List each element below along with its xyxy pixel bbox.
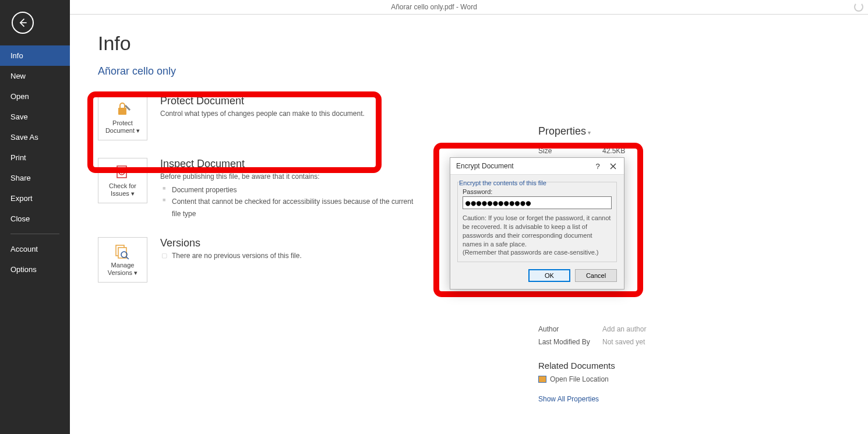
back-button[interactable]: [12, 12, 34, 34]
protect-document-desc: Control what types of changes people can…: [160, 110, 365, 118]
sidebar-item-close[interactable]: Close: [0, 209, 70, 229]
dialog-titlebar: Encrypt Document ?: [450, 158, 624, 175]
property-row-author: Author Add an author: [538, 323, 771, 336]
sidebar-item-share[interactable]: Share: [0, 168, 70, 188]
password-input[interactable]: [463, 196, 612, 209]
properties-heading[interactable]: Properties: [538, 125, 771, 137]
window-title: Añorar cello only.pdf - Word: [391, 3, 477, 11]
dialog-close-button[interactable]: [605, 160, 620, 172]
manage-versions-button[interactable]: Manage Versions ▾: [98, 237, 147, 283]
protect-document-text: Protect Document Control what types of c…: [160, 95, 365, 118]
inspect-document-desc: Before publishing this file, be aware th…: [160, 172, 417, 181]
add-author-field[interactable]: Add an author: [602, 323, 646, 336]
password-caution: Caution: If you lose or forget the passw…: [463, 214, 612, 257]
cancel-button[interactable]: Cancel: [575, 269, 617, 282]
backstage-sidebar: Info New Open Save Save As Print Share E…: [0, 0, 70, 434]
dialog-legend: Encrypt the contents of this file: [457, 179, 548, 186]
sidebar-item-save-as[interactable]: Save As: [0, 127, 70, 147]
versions-text: Versions ▢There are no previous versions…: [160, 237, 302, 260]
protect-document-heading: Protect Document: [160, 95, 365, 107]
password-label: Password:: [463, 188, 612, 195]
versions-icon: [114, 243, 132, 259]
dialog-body: Encrypt the contents of this file Passwo…: [450, 175, 624, 289]
manage-versions-button-label: Manage Versions ▾: [102, 262, 143, 277]
property-row-size: Size 42.5KB: [538, 144, 771, 158]
sidebar-item-print[interactable]: Print: [0, 147, 70, 168]
inspect-document-text: Inspect Document Before publishing this …: [160, 158, 417, 220]
sidebar-item-open[interactable]: Open: [0, 86, 70, 107]
encrypt-document-dialog: Encrypt Document ? Encrypt the contents …: [450, 157, 624, 290]
folder-icon: [538, 376, 546, 383]
inspect-document-heading: Inspect Document: [160, 158, 417, 170]
protect-document-button-label: Protect Document ▾: [102, 119, 143, 135]
open-file-location-link[interactable]: Open File Location: [538, 375, 771, 383]
inspect-icon: [114, 164, 132, 180]
svg-rect-0: [118, 108, 126, 115]
ok-button[interactable]: OK: [528, 269, 570, 282]
document-name: Añorar cello only: [98, 65, 840, 77]
show-all-properties-link[interactable]: Show All Properties: [538, 395, 599, 403]
versions-heading: Versions: [160, 237, 302, 249]
check-for-issues-button[interactable]: Check for Issues ▾: [98, 158, 147, 203]
sidebar-divider: [10, 234, 59, 234]
protect-document-button[interactable]: Protect Document ▾: [98, 95, 147, 140]
sidebar-item-new[interactable]: New: [0, 66, 70, 86]
inspect-item: Content that cannot be checked for acces…: [160, 196, 417, 220]
inspect-item: Document properties: [160, 184, 417, 196]
dialog-title: Encrypt Document: [456, 162, 590, 170]
sidebar-item-account[interactable]: Account: [0, 239, 70, 259]
versions-desc: ▢There are no previous versions of this …: [160, 252, 302, 260]
sidebar-item-export[interactable]: Export: [0, 188, 70, 209]
dialog-help-button[interactable]: ?: [590, 160, 605, 172]
loading-spinner-icon: [854, 2, 863, 12]
close-icon: [610, 163, 616, 170]
window-titlebar: Añorar cello only.pdf - Word: [0, 0, 868, 15]
sidebar-item-save[interactable]: Save: [0, 107, 70, 127]
page-title: Info: [98, 32, 840, 55]
sidebar-item-options[interactable]: Options: [0, 259, 70, 280]
related-documents-heading: Related Documents: [538, 361, 771, 371]
property-row-last-modified: Last Modified By Not saved yet: [538, 336, 771, 349]
check-for-issues-button-label: Check for Issues ▾: [102, 182, 143, 197]
lock-icon: [114, 101, 132, 117]
back-arrow-icon: [17, 17, 29, 29]
sidebar-item-info[interactable]: Info: [0, 45, 70, 66]
